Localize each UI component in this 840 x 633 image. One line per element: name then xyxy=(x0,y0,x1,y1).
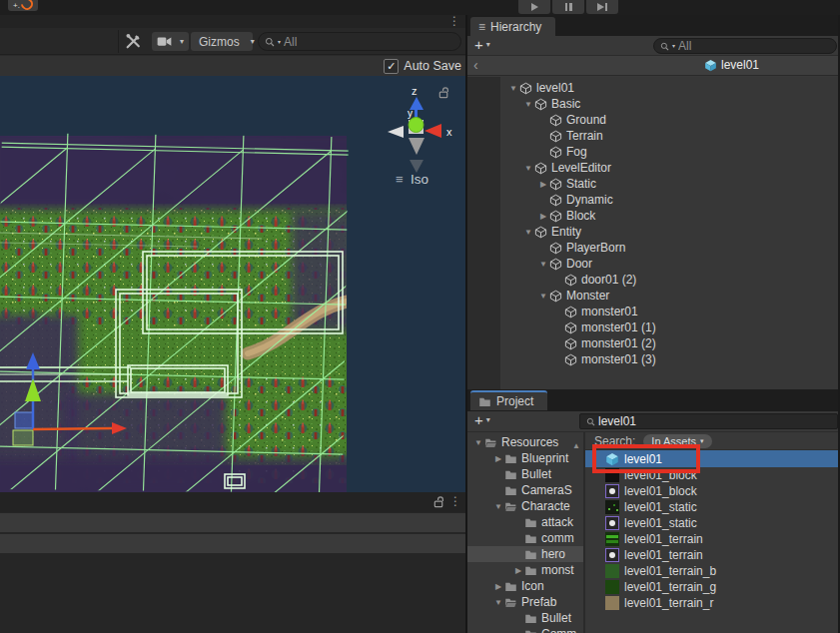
project-search-input[interactable] xyxy=(598,414,831,428)
project-search-field[interactable] xyxy=(579,413,838,429)
result-item-level01-static[interactable]: level01_static xyxy=(585,499,840,515)
hierarchy-search-input[interactable] xyxy=(678,39,830,53)
result-item-level01-terrain-g[interactable]: level01_terrain_g xyxy=(585,579,840,595)
folder-item-cameras[interactable]: CameraS xyxy=(467,482,583,498)
folder-open-icon xyxy=(504,596,517,609)
breadcrumb[interactable]: level01 xyxy=(704,58,759,72)
bottom-panel-row[interactable] xyxy=(0,534,465,553)
folder-item-bullet[interactable]: Bullet xyxy=(467,466,583,482)
axis-y-sphere[interactable] xyxy=(409,118,423,133)
collapse-arrow-icon[interactable]: ▼ xyxy=(522,164,534,173)
create-asset-button[interactable]: + ▾ xyxy=(474,412,490,428)
hierarchy-item-monster01-3[interactable]: monster01 (3) xyxy=(467,351,840,367)
collapse-arrow-icon[interactable]: ▼ xyxy=(507,84,519,93)
scene-search-field[interactable]: ▾ xyxy=(258,32,461,51)
expand-arrow-icon[interactable]: ▶ xyxy=(512,566,524,575)
hierarchy-search-field[interactable]: ▾ xyxy=(653,38,837,54)
unity-editor-window: +. ⋮ ▾ Gizmos ▾ ▾ ✓ xyxy=(0,0,840,633)
folder-item-attack[interactable]: attack xyxy=(467,514,583,530)
dark-thumbnail-icon xyxy=(605,468,619,482)
folder-item-comm[interactable]: comm xyxy=(467,530,583,546)
folder-scrollbar[interactable]: ▲ xyxy=(570,434,582,631)
back-arrow-icon[interactable]: ‹ xyxy=(473,57,478,73)
folder-item-hero[interactable]: hero xyxy=(467,546,583,562)
collapse-arrow-icon[interactable]: ▼ xyxy=(492,502,504,511)
gizmo-x-axis[interactable] xyxy=(33,428,112,429)
projection-label[interactable]: Iso xyxy=(411,172,428,187)
tab-project[interactable]: Project xyxy=(470,390,547,410)
expand-arrow-icon[interactable]: ▶ xyxy=(537,212,549,221)
result-item-level01-static[interactable]: level01_static xyxy=(585,515,840,531)
gizmos-dropdown[interactable]: Gizmos ▾ xyxy=(191,32,253,51)
folder-item-comm[interactable]: Comm xyxy=(467,626,583,633)
result-item-level01-terrain-r[interactable]: level01_terrain_r xyxy=(585,595,840,611)
hierarchy-item-monster01-1[interactable]: monster01 (1) xyxy=(467,319,840,335)
hierarchy-item-monster01-2[interactable]: monster01 (2) xyxy=(467,335,840,351)
pause-button[interactable] xyxy=(552,0,584,14)
bottom-panel-row[interactable] xyxy=(0,513,465,532)
folder-item-blueprint[interactable]: ▶Blueprint xyxy=(467,450,583,466)
expand-arrow-icon[interactable]: ▶ xyxy=(492,454,504,463)
auto-save-checkbox[interactable]: ✓ xyxy=(384,59,399,74)
hierarchy-item-label: monster01 xyxy=(581,305,638,318)
search-icon xyxy=(265,37,275,47)
hierarchy-item-entity[interactable]: ▼Entity xyxy=(467,224,840,240)
scroll-up-icon[interactable]: ▲ xyxy=(572,441,580,450)
collapse-arrow-icon[interactable]: ▼ xyxy=(537,292,549,301)
chevron-down-icon: ▾ xyxy=(700,436,704,446)
create-object-button[interactable]: + ▾ xyxy=(474,37,490,53)
folder-item-icon[interactable]: ▶Icon xyxy=(467,578,583,594)
folder-item-bullet[interactable]: Bullet xyxy=(467,610,583,626)
scene-viewport[interactable]: z y x ≡ Iso xyxy=(0,76,465,492)
collapse-arrow-icon[interactable]: ▼ xyxy=(522,228,534,237)
toolbar-orange-tool-button[interactable]: +. xyxy=(8,0,38,11)
result-item-level01-terrain[interactable]: level01_terrain xyxy=(585,531,840,547)
folder-item-prefab[interactable]: ▼Prefab xyxy=(467,594,583,610)
hierarchy-item-monster01[interactable]: monster01 xyxy=(467,304,840,319)
result-item-level01-terrain[interactable]: level01_terrain xyxy=(585,547,840,563)
hierarchy-item-door[interactable]: ▼Door xyxy=(467,256,840,272)
project-folder-tree: ▼Resources▶BlueprintBulletCameraS▼Charac… xyxy=(467,432,583,633)
hierarchy-item-level01[interactable]: ▼level01 xyxy=(467,80,840,96)
collapse-arrow-icon[interactable]: ▼ xyxy=(537,260,549,269)
step-button[interactable] xyxy=(586,0,618,14)
result-item-level01-block[interactable]: level01_block xyxy=(585,483,840,499)
result-item-level01-terrain-b[interactable]: level01_terrain_b xyxy=(585,563,840,579)
gameobject-cube-icon xyxy=(564,337,577,350)
hierarchy-item-basic[interactable]: ▼Basic xyxy=(467,96,840,112)
lock-open-icon[interactable] xyxy=(432,495,445,508)
scene-search-input[interactable] xyxy=(284,35,454,49)
collapse-arrow-icon[interactable]: ▼ xyxy=(522,100,534,109)
kebab-menu-icon[interactable]: ⋮ xyxy=(449,495,461,508)
hierarchy-item-dynamic[interactable]: Dynamic xyxy=(467,192,840,208)
scene-camera-button[interactable]: ▾ xyxy=(152,32,189,51)
search-scope-dropdown[interactable]: In Assets ▾ xyxy=(643,434,711,448)
collapse-arrow-icon[interactable]: ▼ xyxy=(492,598,504,607)
hierarchy-item-leveleditor[interactable]: ▼LevelEditor xyxy=(467,160,840,176)
hierarchy-item-static[interactable]: ▶Static xyxy=(467,176,840,192)
tools-icon[interactable] xyxy=(125,33,142,50)
hierarchy-item-block[interactable]: ▶Block xyxy=(467,208,840,224)
hierarchy-item-fog[interactable]: Fog xyxy=(467,144,840,160)
result-item-level01[interactable]: level01 xyxy=(585,450,840,467)
result-item-label: level01_block xyxy=(624,468,697,482)
folder-item-monst[interactable]: ▶monst xyxy=(467,562,583,578)
expand-arrow-icon[interactable]: ▶ xyxy=(537,180,549,189)
hierarchy-item-playerborn[interactable]: PlayerBorn xyxy=(467,240,840,256)
hierarchy-item-monster[interactable]: ▼Monster xyxy=(467,288,840,304)
expand-arrow-icon[interactable]: ▶ xyxy=(492,582,504,591)
hierarchy-item-door01-2[interactable]: door01 (2) xyxy=(467,272,840,288)
result-item-level01-block[interactable]: level01_block xyxy=(585,467,840,483)
hierarchy-item-terrain[interactable]: Terrain xyxy=(467,128,840,144)
gizmo-plane-xy[interactable] xyxy=(13,430,33,445)
folder-item-characte[interactable]: ▼Characte xyxy=(467,498,583,514)
gameobject-cube-icon xyxy=(549,194,562,207)
kebab-menu-icon[interactable]: ⋮ xyxy=(448,15,460,28)
tab-hierarchy[interactable]: ≡ Hierarchy xyxy=(470,17,555,36)
folder-item-resources[interactable]: ▼Resources xyxy=(467,434,583,450)
chevron-down-icon: ▾ xyxy=(486,40,490,50)
hierarchy-item-ground[interactable]: Ground xyxy=(467,112,840,128)
collapse-arrow-icon[interactable]: ▼ xyxy=(472,438,484,447)
gizmo-plane-xz[interactable] xyxy=(15,412,33,428)
play-button[interactable] xyxy=(518,0,550,14)
